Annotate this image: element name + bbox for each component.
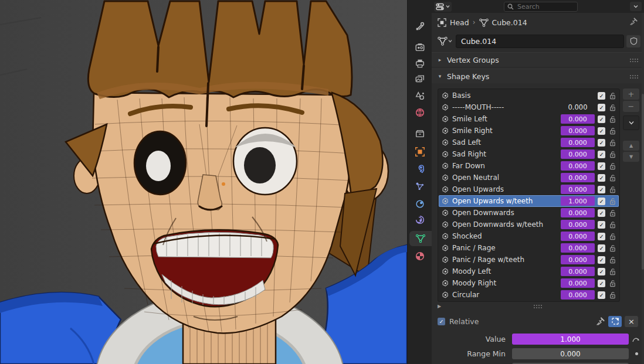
shape-key-mute-checkbox[interactable]: ✓	[598, 151, 605, 158]
shape-key-value-slider[interactable]: 1.000	[561, 196, 595, 206]
shape-key-name: -----MOUTH-----	[452, 103, 558, 111]
remove-shape-key-button[interactable]: −	[623, 101, 639, 112]
tab-tool[interactable]	[408, 19, 432, 34]
shape-key-mute-checkbox[interactable]: ✓	[598, 280, 605, 287]
breadcrumb-object[interactable]: Head	[450, 18, 469, 27]
move-shape-key-down-button[interactable]: ▼	[623, 152, 639, 162]
shape-key-mute-checkbox[interactable]: ✓	[598, 162, 605, 170]
browse-mesh-data-button[interactable]	[436, 35, 453, 47]
shape-key-mute-checkbox[interactable]: ✓	[598, 233, 605, 240]
add-shape-key-button[interactable]: +	[623, 89, 639, 100]
shape-key-mute-checkbox[interactable]: ✓	[598, 198, 605, 205]
shape-key-value-slider[interactable]: 0.000	[561, 126, 595, 135]
edit-mode-rect-icon	[612, 318, 619, 325]
shape-key-row[interactable]: Open Downwards w/teeth 0.000 ✓	[439, 219, 619, 230]
search-input[interactable]	[516, 2, 574, 11]
shape-key-specials-button[interactable]	[623, 115, 639, 130]
shape-key-mute-checkbox[interactable]: ✓	[598, 127, 605, 135]
shape-key-mute-checkbox[interactable]: ✓	[598, 139, 605, 147]
tab-modifiers[interactable]	[408, 161, 432, 176]
mesh-name-input[interactable]	[456, 35, 624, 48]
unlock-icon	[608, 268, 616, 275]
shape-key-row[interactable]: Open Neutral 0.000 ✓	[439, 172, 619, 183]
panel-vertex-groups[interactable]: ▸ Vertex Groups	[432, 52, 644, 67]
shape-key-icon	[441, 244, 449, 252]
shape-key-row[interactable]: Open Upwards 0.000 ✓	[439, 183, 619, 195]
shape-key-value-slider[interactable]: 0.000	[561, 220, 595, 229]
tab-particles[interactable]	[408, 179, 432, 194]
field-slider[interactable]: 1.000	[512, 334, 629, 345]
tab-world[interactable]	[408, 105, 432, 120]
shape-key-row[interactable]: Panic / Rage 0.000 ✓	[439, 242, 619, 254]
tab-constraints[interactable]	[408, 212, 432, 227]
shape-key-value-slider[interactable]: 0.000	[561, 138, 595, 147]
shape-key-row[interactable]: -----MOUTH----- 0.000 ✓	[439, 101, 619, 113]
relative-checkbox[interactable]: ✓	[438, 318, 445, 325]
shape-key-mute-checkbox[interactable]: ✓	[598, 186, 605, 193]
tab-render[interactable]	[408, 40, 432, 55]
shape-key-row[interactable]: Open Downwards 0.000 ✓	[439, 207, 619, 219]
shape-key-value-slider[interactable]: 0.000	[561, 208, 595, 217]
shape-key-value-slider[interactable]: 0.000	[561, 161, 595, 171]
search-field[interactable]	[504, 2, 578, 12]
tab-view-layer[interactable]	[408, 72, 432, 87]
tab-object-data[interactable]	[409, 231, 432, 246]
shape-key-row[interactable]: Basis ✓	[439, 90, 619, 101]
shape-key-value-slider[interactable]: 0.000	[561, 114, 595, 124]
properties-scrollbar[interactable]	[642, 13, 644, 364]
fake-user-button[interactable]	[626, 35, 640, 47]
shape-key-mute-checkbox[interactable]: ✓	[598, 244, 605, 252]
breadcrumb-data[interactable]: Cube.014	[492, 18, 527, 27]
shape-key-mute-checkbox[interactable]: ✓	[598, 209, 605, 217]
shape-key-row[interactable]: Open Upwards w/teeth 1.000 ✓	[439, 195, 619, 207]
tab-object[interactable]	[408, 144, 432, 159]
shape-key-value-slider[interactable]: 0.000	[561, 278, 595, 288]
shape-key-mute-checkbox[interactable]: ✓	[598, 221, 605, 229]
editor-menu-button[interactable]	[630, 2, 642, 11]
tab-scene[interactable]	[408, 89, 432, 104]
shape-key-row[interactable]: Moody Left 0.000 ✓	[439, 266, 619, 277]
shape-key-mute-checkbox[interactable]: ✓	[598, 115, 605, 123]
shape-key-value-slider[interactable]: 0.000	[561, 149, 595, 159]
3d-viewport[interactable]	[0, 0, 407, 364]
shape-key-value-slider[interactable]: 0.000	[561, 185, 595, 194]
shape-key-value-slider[interactable]: 0.000	[561, 173, 595, 182]
tab-material[interactable]	[408, 249, 432, 264]
tab-physics[interactable]	[408, 196, 432, 212]
clear-shape-keys-button[interactable]: ×	[625, 316, 638, 327]
filter-expand-icon[interactable]: ▶	[438, 304, 441, 309]
shape-key-mute-checkbox[interactable]: ✓	[598, 92, 605, 100]
tab-collection[interactable]	[408, 126, 432, 141]
shape-key-value-slider[interactable]: 0.000	[561, 232, 595, 241]
shape-key-edit-mode-button[interactable]	[608, 316, 622, 327]
shape-key-mute-checkbox[interactable]: ✓	[598, 174, 605, 182]
pin-icon[interactable]	[596, 317, 605, 326]
shape-key-value-slider[interactable]: 0.000	[561, 290, 595, 300]
shape-key-row[interactable]: Far Down 0.000 ✓	[439, 160, 619, 172]
shape-key-row[interactable]: Circular 0.000 ✓	[439, 289, 619, 301]
field-slider[interactable]: 0.000	[512, 348, 629, 359]
panel-drag-grip[interactable]	[629, 74, 639, 79]
shape-key-mute-checkbox[interactable]: ✓	[598, 256, 605, 264]
shape-key-value-slider[interactable]: 0.000	[561, 243, 595, 253]
move-shape-key-up-button[interactable]: ▲	[623, 141, 639, 151]
shape-key-row[interactable]: Smile Right 0.000 ✓	[439, 125, 619, 137]
shape-key-row[interactable]: Sad Right 0.000 ✓	[439, 148, 619, 160]
shape-key-row[interactable]: Moody Right 0.000 ✓	[439, 277, 619, 289]
pin-id-button[interactable]	[629, 17, 638, 28]
tab-output[interactable]	[408, 56, 432, 71]
shape-key-value-slider[interactable]: 0.000	[561, 255, 595, 264]
panel-drag-grip[interactable]	[629, 58, 639, 62]
shape-key-row[interactable]: Sad Left 0.000 ✓	[439, 137, 619, 148]
shape-key-value[interactable]: 0.000	[561, 103, 595, 111]
shape-key-row[interactable]: Panic / Rage w/teeth 0.000 ✓	[439, 254, 619, 266]
shape-key-mute-checkbox[interactable]: ✓	[598, 268, 605, 275]
shape-key-row[interactable]: Shocked 0.000 ✓	[439, 230, 619, 242]
list-resize-grip[interactable]	[533, 304, 543, 308]
shape-key-value-slider[interactable]: 0.000	[561, 267, 595, 276]
panel-shape-keys[interactable]: ▾ Shape Keys	[432, 69, 644, 83]
shape-key-mute-checkbox[interactable]: ✓	[598, 291, 605, 299]
editor-type-button[interactable]	[434, 2, 452, 12]
shape-key-row[interactable]: Smile Left 0.000 ✓	[439, 113, 619, 125]
shape-key-mute-checkbox[interactable]: ✓	[598, 104, 605, 111]
